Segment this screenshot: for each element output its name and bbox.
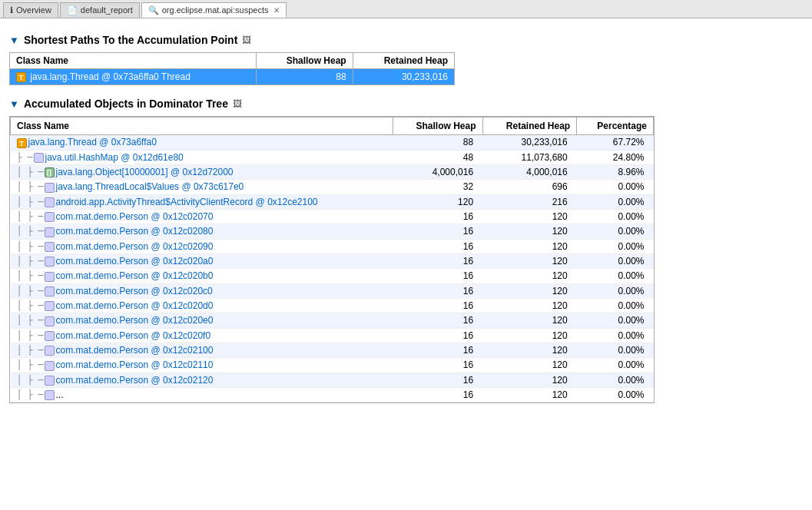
row-retained-heap: 120 xyxy=(482,283,577,298)
class-name-link[interactable]: com.mat.demo.Person @ 0x12c02100 xyxy=(56,345,214,356)
section1-toggle[interactable]: ▼ xyxy=(9,35,19,46)
class-name-link[interactable]: com.mat.demo.Person @ 0x12c020b0 xyxy=(56,270,214,281)
class-name-link[interactable]: java.util.HashMap @ 0x12d61e80 xyxy=(45,152,184,163)
class-name-link[interactable]: java.lang.Object[10000001] @ 0x12d72000 xyxy=(56,167,234,177)
row-shallow-heap: 16 xyxy=(393,387,482,402)
class-name-link[interactable]: com.mat.demo.Person @ 0x12c020a0 xyxy=(56,256,214,267)
row-shallow-heap: 4,000,016 xyxy=(393,164,482,179)
row-shallow-heap: 16 xyxy=(393,239,482,253)
tab-overview[interactable]: ℹ Overview xyxy=(3,2,58,18)
shortest-paths-row[interactable]: T java.lang.Thread @ 0x73a6ffa0 Thread 8… xyxy=(10,69,455,85)
shortest-paths-link[interactable]: java.lang.Thread @ 0x73a6ffa0 Thread xyxy=(30,71,191,82)
obj-type-icon xyxy=(45,361,55,371)
table-row[interactable]: │ ├─ java.lang.ThreadLocal$Values @ 0x73… xyxy=(11,180,654,194)
class-name-link[interactable]: java.lang.Thread @ 0x73a6ffa0 xyxy=(28,137,157,147)
class-name-link[interactable]: com.mat.demo.Person @ 0x12c020c0 xyxy=(56,286,213,296)
table-row[interactable]: │ ├─ com.mat.demo.Person @ 0x12c020d0161… xyxy=(11,298,654,313)
tree-indent: │ ├─ xyxy=(17,226,45,237)
table-row[interactable]: │ ├─ com.mat.demo.Person @ 0x12c02100161… xyxy=(11,343,654,357)
row-classname: │ ├─ com.mat.demo.Person @ 0x12c02070 xyxy=(11,209,393,224)
row-classname: │ ├─ java.lang.ThreadLocal$Values @ 0x73… xyxy=(11,180,393,194)
shortest-paths-table: Class Name Shallow Heap Retained Heap T … xyxy=(9,52,455,85)
obj-type-icon xyxy=(45,390,55,400)
section2-toggle[interactable]: ▼ xyxy=(9,98,19,110)
tree-indent: │ ├─ xyxy=(17,167,45,177)
table-row[interactable]: │ ├─ com.mat.demo.Person @ 0x12c020a0161… xyxy=(11,253,654,268)
row-classname: │ ├─ com.mat.demo.Person @ 0x12c02120 xyxy=(11,373,393,387)
table-row[interactable]: │ ├─ com.mat.demo.Person @ 0x12c02090161… xyxy=(11,239,654,253)
row-percentage: 0.00% xyxy=(577,298,654,313)
class-name-link[interactable]: com.mat.demo.Person @ 0x12c02090 xyxy=(56,241,214,252)
table-row[interactable]: │ ├─ com.mat.demo.Person @ 0x12c02080161… xyxy=(11,224,654,239)
class-name-link[interactable]: java.lang.ThreadLocal$Values @ 0x73c617e… xyxy=(56,181,244,192)
tree-indent: │ ├─ xyxy=(17,286,45,296)
obj-type-icon xyxy=(45,316,55,326)
row-percentage: 0.00% xyxy=(577,358,654,373)
row-percentage: 0.00% xyxy=(577,253,654,268)
tree-indent: │ ├─ xyxy=(17,256,45,267)
tree-indent: │ ├─ xyxy=(17,359,45,370)
row-retained-heap: 120 xyxy=(482,313,577,328)
col-shallow-2: Shallow Heap xyxy=(393,118,482,135)
tree-indent: │ ├─ xyxy=(17,315,45,326)
report-icon: 📄 xyxy=(67,5,78,15)
obj-type-icon xyxy=(45,257,55,267)
tree-indent: │ ├─ xyxy=(17,330,45,341)
section2-export-icon[interactable]: 🖼 xyxy=(233,98,242,109)
col-classname-1: Class Name xyxy=(10,53,257,69)
row-percentage: 0.00% xyxy=(577,224,654,239)
class-name-link[interactable]: com.mat.demo.Person @ 0x12c02080 xyxy=(56,226,214,237)
row-classname: Tjava.lang.Thread @ 0x73a6ffa0 xyxy=(11,135,393,150)
class-name-link[interactable]: android.app.ActivityThread$ActivityClien… xyxy=(56,197,318,207)
section1-title: Shortest Paths To the Accumulation Point xyxy=(24,34,237,46)
row-percentage: 0.00% xyxy=(577,313,654,328)
table-row[interactable]: Tjava.lang.Thread @ 0x73a6ffa08830,233,0… xyxy=(11,135,654,150)
tree-indent: │ ├─ xyxy=(17,241,45,252)
class-name-link[interactable]: com.mat.demo.Person @ 0x12c020d0 xyxy=(56,300,214,311)
table-row[interactable]: │ ├─ com.mat.demo.Person @ 0x12c020f0161… xyxy=(11,328,654,343)
table-row[interactable]: │ ├─ []java.lang.Object[10000001] @ 0x12… xyxy=(11,164,654,179)
table-row[interactable]: │ ├─ com.mat.demo.Person @ 0x12c02070161… xyxy=(11,209,654,224)
row-shallow-heap: 16 xyxy=(393,358,482,373)
section2-title: Accumulated Objects in Dominator Tree xyxy=(24,98,228,110)
table-row[interactable]: │ ├─ com.mat.demo.Person @ 0x12c020b0161… xyxy=(11,269,654,283)
row-classname: ├─ java.util.HashMap @ 0x12d61e80 xyxy=(11,150,393,164)
section1-header: ▼ Shortest Paths To the Accumulation Poi… xyxy=(9,34,803,46)
class-name-link[interactable]: com.mat.demo.Person @ 0x12c020e0 xyxy=(56,315,214,326)
obj-type-icon xyxy=(45,197,55,207)
col-classname-2: Class Name xyxy=(11,118,393,135)
row-shallow-heap: 16 xyxy=(393,283,482,298)
tab-suspects[interactable]: 🔍 org.eclipse.mat.api:suspects ✕ xyxy=(141,2,287,18)
obj-type-icon xyxy=(45,272,55,282)
table-row[interactable]: │ ├─ ...161200.00% xyxy=(11,387,654,402)
table-row[interactable]: │ ├─ com.mat.demo.Person @ 0x12c02110161… xyxy=(11,358,654,373)
row-percentage: 0.00% xyxy=(577,194,654,209)
row-shallow-heap: 120 xyxy=(393,194,482,209)
row-classname: │ ├─ com.mat.demo.Person @ 0x12c02080 xyxy=(11,224,393,239)
row-percentage: 24.80% xyxy=(577,150,654,164)
table-row[interactable]: ├─ java.util.HashMap @ 0x12d61e804811,07… xyxy=(11,150,654,164)
section1-export-icon[interactable]: 🖼 xyxy=(242,35,251,45)
class-name-link[interactable]: com.mat.demo.Person @ 0x12c02070 xyxy=(56,211,214,222)
row-retained-heap: 216 xyxy=(482,194,577,209)
tab-suspects-close[interactable]: ✕ xyxy=(273,6,280,15)
obj-type-icon: [] xyxy=(45,167,55,177)
table-row[interactable]: │ ├─ com.mat.demo.Person @ 0x12c02120161… xyxy=(11,373,654,387)
table-row[interactable]: │ ├─ com.mat.demo.Person @ 0x12c020c0161… xyxy=(11,283,654,298)
obj-type-icon: T xyxy=(17,138,27,148)
obj-type-icon xyxy=(45,242,55,252)
row-shallow-heap: 16 xyxy=(393,313,482,328)
table-row[interactable]: │ ├─ android.app.ActivityThread$Activity… xyxy=(11,194,654,209)
row-shallow-heap: 32 xyxy=(393,180,482,194)
class-name-link[interactable]: com.mat.demo.Person @ 0x12c02120 xyxy=(56,375,214,386)
col-retained-2: Retained Heap xyxy=(482,118,577,135)
tree-indent: │ ├─ xyxy=(17,389,45,400)
obj-type-icon xyxy=(45,346,55,356)
class-name-link[interactable]: com.mat.demo.Person @ 0x12c02110 xyxy=(56,359,214,370)
class-name-link[interactable]: com.mat.demo.Person @ 0x12c020f0 xyxy=(56,330,211,341)
tab-default-report[interactable]: 📄 default_report xyxy=(60,2,140,18)
table-row[interactable]: │ ├─ com.mat.demo.Person @ 0x12c020e0161… xyxy=(11,313,654,328)
row-retained-heap: 120 xyxy=(482,387,577,402)
obj-type-icon xyxy=(45,376,55,386)
row-percentage: 0.00% xyxy=(577,373,654,387)
